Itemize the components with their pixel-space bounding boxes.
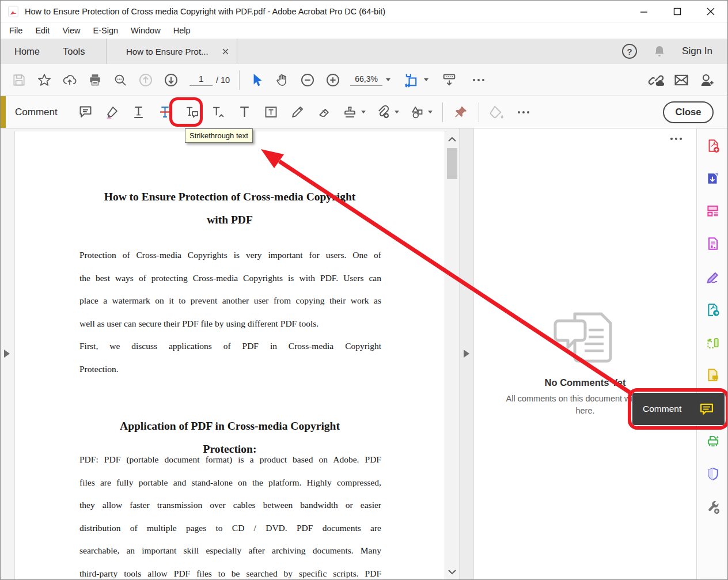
underline-text-button[interactable] <box>126 100 152 125</box>
organize-pages-icon[interactable] <box>706 203 721 218</box>
save-button[interactable] <box>6 67 32 93</box>
minimize-button[interactable] <box>627 1 661 22</box>
drawing-tools-caret-icon[interactable] <box>428 111 433 113</box>
export-pdf-icon[interactable] <box>706 302 721 317</box>
tab-home[interactable]: Home <box>10 39 44 64</box>
menu-file[interactable]: File <box>3 24 29 37</box>
doc-line: well as user can secure their PDF file b… <box>79 319 381 342</box>
menu-help[interactable]: Help <box>167 24 197 37</box>
document-paragraph-2: PDF: PDF (portable document format) is a… <box>79 454 381 579</box>
notification-bell-icon[interactable] <box>653 44 666 58</box>
sign-in-button[interactable]: Sign In <box>682 46 712 57</box>
text-box-button[interactable] <box>258 100 285 125</box>
comments-panel-toggle[interactable] <box>464 350 469 358</box>
add-text-comment-button[interactable] <box>232 100 258 125</box>
content-area: How to Ensure Protection of Cross-media … <box>1 128 727 579</box>
scrollbar-up-icon[interactable] <box>448 137 457 142</box>
fit-width-button[interactable] <box>399 67 424 93</box>
left-panel-toggle[interactable] <box>4 350 10 358</box>
scan-ocr-icon[interactable] <box>706 434 721 449</box>
page-total-label: / 10 <box>216 75 230 85</box>
menu-edit[interactable]: Edit <box>29 24 56 37</box>
create-pdf-icon[interactable] <box>706 138 721 153</box>
edit-pdf-icon[interactable] <box>706 236 721 251</box>
page-display-button[interactable] <box>437 67 462 93</box>
help-button[interactable]: ? <box>622 44 637 59</box>
window-controls <box>627 1 727 22</box>
comments-panel-options-button[interactable] <box>669 137 684 141</box>
account-add-button[interactable] <box>694 67 719 93</box>
scrollbar-down-icon[interactable] <box>448 569 457 575</box>
tab-tools[interactable]: Tools <box>58 39 90 64</box>
acrobat-window: { "colors": { "annotation_red": "#EC1B23… <box>0 0 728 580</box>
more-options-button[interactable] <box>469 67 488 93</box>
zoom-level-value[interactable]: 66,3% <box>350 74 382 86</box>
tab-document[interactable]: How to Ensure Prot... <box>106 39 237 64</box>
protect-pdf-icon[interactable] <box>706 467 721 482</box>
strikethrough-highlight-annotation <box>169 97 203 127</box>
menu-esign[interactable]: E-Sign <box>87 24 125 37</box>
window-title: How to Ensure Protection of Cross media … <box>25 7 385 16</box>
menu-window[interactable]: Window <box>124 24 167 37</box>
combine-files-icon[interactable] <box>706 171 721 186</box>
next-page-button[interactable] <box>158 67 184 93</box>
tooltip-text: Strikethrough text <box>189 131 248 140</box>
close-comment-toolbar-button[interactable]: Close <box>663 101 714 123</box>
scrollbar-thumb[interactable] <box>447 148 457 179</box>
draw-free-form-button[interactable] <box>285 100 311 125</box>
comment-toolbar: Comment <box>1 96 727 128</box>
highlight-text-button[interactable] <box>99 100 126 125</box>
comment-tool-icon[interactable] <box>706 367 721 382</box>
drawing-tools-button[interactable] <box>404 100 438 125</box>
comment-button-highlight-annotation <box>628 388 728 430</box>
menu-view[interactable]: View <box>56 24 86 37</box>
tab-bar-right: ? Sign In <box>622 39 712 64</box>
crop-pages-icon[interactable] <box>706 335 721 350</box>
insert-text-button[interactable] <box>205 100 232 125</box>
print-button[interactable] <box>82 67 108 93</box>
zoom-dropdown-caret-icon[interactable] <box>386 78 390 81</box>
fit-width-dropdown-caret-icon[interactable] <box>424 78 429 81</box>
attach-caret-icon[interactable] <box>395 111 399 113</box>
send-email-button[interactable] <box>669 67 694 93</box>
document-scrollbar[interactable] <box>445 128 459 579</box>
star-favorites-button[interactable] <box>32 67 57 93</box>
page-number-input[interactable]: 1 <box>189 74 213 86</box>
doc-line: distribution of multiple pages to CD / D… <box>79 523 381 546</box>
more-tools-icon[interactable] <box>706 499 721 514</box>
hand-tool-button[interactable] <box>270 67 295 93</box>
search-button[interactable] <box>108 67 133 93</box>
document-heading2-line1: Application of PDF in Cross-media Copyri… <box>15 415 445 438</box>
stamp-caret-icon[interactable] <box>361 111 366 113</box>
comment-toolbar-accent <box>1 96 6 128</box>
share-link-button[interactable] <box>643 67 669 93</box>
no-comments-title: No Comments Yet <box>474 377 696 388</box>
comment-more-tools-button[interactable] <box>510 100 537 125</box>
erase-button[interactable] <box>311 100 338 125</box>
zoom-in-button[interactable] <box>320 67 346 93</box>
zoom-out-button[interactable] <box>295 67 320 93</box>
select-tool-button[interactable] <box>244 67 270 93</box>
sticky-note-button[interactable] <box>73 100 99 125</box>
document-page: How to Ensure Protection of Cross-media … <box>14 131 445 579</box>
tab-close-icon[interactable] <box>222 48 229 55</box>
document-title: How to Ensure Protection of Cross-media … <box>15 185 445 232</box>
comment-toolbar-label: Comment <box>15 107 58 118</box>
previous-page-button[interactable] <box>133 67 158 93</box>
fill-color-button[interactable] <box>484 100 510 125</box>
tab-bar: Home Tools How to Ensure Prot... ? Sign … <box>1 39 727 64</box>
doc-line: files are fully portable and stand-alone… <box>79 477 381 501</box>
attach-file-button[interactable] <box>371 100 404 125</box>
quick-toolbar: 1 / 10 66,3% <box>1 64 727 96</box>
doc-line: third-party tools allow PDF files to be … <box>79 568 381 580</box>
stamp-button[interactable] <box>338 100 371 125</box>
close-window-button[interactable] <box>694 1 727 22</box>
toolbar-divider <box>239 70 240 90</box>
quick-toolbar-right <box>643 67 727 93</box>
maximize-button[interactable] <box>661 1 694 22</box>
panel-splitter <box>459 128 474 579</box>
fill-and-sign-icon[interactable] <box>706 270 721 285</box>
doc-line: PDF: PDF (portable document format) is a… <box>79 454 381 477</box>
keep-tool-selected-pin-button[interactable] <box>448 100 474 125</box>
cloud-upload-button[interactable] <box>57 67 82 93</box>
